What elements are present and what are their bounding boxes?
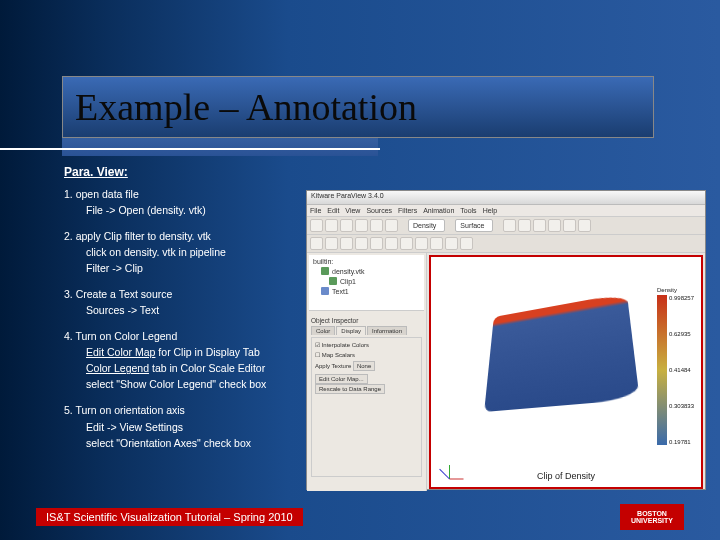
menu-file[interactable]: File xyxy=(310,207,321,214)
toolbar-1: Density Surface xyxy=(307,217,705,235)
step-4a-underline: Edit Color Map xyxy=(86,346,155,358)
step-4b-underline: Color Legend xyxy=(86,362,149,374)
edit-color-map-button[interactable]: Edit Color Map... xyxy=(315,374,368,384)
app-body: builtin: density.vtk Clip1 Text1 Object … xyxy=(307,253,705,491)
axis-y-icon[interactable] xyxy=(518,219,531,232)
menu-bar: File Edit View Sources Filters Animation… xyxy=(307,205,705,217)
menu-filters[interactable]: Filters xyxy=(398,207,417,214)
help-icon[interactable] xyxy=(385,219,398,232)
stream-icon[interactable] xyxy=(415,237,428,250)
inspector-tabs: Color Display Information xyxy=(311,326,422,335)
eye-icon[interactable] xyxy=(321,267,329,275)
legend-tick-3: 0.303833 xyxy=(669,403,694,409)
pipeline-browser: builtin: density.vtk Clip1 Text1 xyxy=(309,255,424,311)
reset-camera-icon[interactable] xyxy=(548,219,561,232)
title-gap xyxy=(62,138,378,156)
menu-edit[interactable]: Edit xyxy=(327,207,339,214)
row-interpolate: ☑ Interpolate Colors xyxy=(315,341,418,348)
pipeline-item-density[interactable]: density.vtk xyxy=(311,266,422,276)
axis-z-icon[interactable] xyxy=(533,219,546,232)
rotate-icon[interactable] xyxy=(578,219,591,232)
density-surface xyxy=(484,293,640,412)
window-title: Kitware ParaView 3.4.0 xyxy=(307,191,705,205)
glyph-icon[interactable] xyxy=(400,237,413,250)
pipeline-item-text[interactable]: Text1 xyxy=(311,286,422,296)
connect-icon[interactable] xyxy=(340,219,353,232)
row-buttons: Edit Color Map... Rescale to Data Range xyxy=(315,374,418,394)
tab-information[interactable]: Information xyxy=(367,326,407,335)
menu-view[interactable]: View xyxy=(345,207,360,214)
render-view[interactable]: Clip of Density Density 0.998257 0.62935… xyxy=(429,255,703,489)
filter-icon[interactable] xyxy=(310,237,323,250)
paraview-screenshot: Kitware ParaView 3.4.0 File Edit View So… xyxy=(306,190,706,490)
menu-help[interactable]: Help xyxy=(483,207,497,214)
menu-animation[interactable]: Animation xyxy=(423,207,454,214)
legend-title: Density xyxy=(657,287,697,293)
eye-icon[interactable] xyxy=(329,277,337,285)
legend-tick-4: 0.19781 xyxy=(669,439,694,445)
texture-select[interactable]: None xyxy=(353,361,375,371)
zoom-icon[interactable] xyxy=(563,219,576,232)
legend-tick-2: 0.41484 xyxy=(669,367,694,373)
object-inspector: Object Inspector Color Display Informati… xyxy=(309,315,424,489)
legend-ticks: 0.998257 0.62935 0.41484 0.303833 0.1978… xyxy=(669,295,694,445)
threshold-icon[interactable] xyxy=(385,237,398,250)
group-icon[interactable] xyxy=(445,237,458,250)
warp-icon[interactable] xyxy=(430,237,443,250)
slice-icon[interactable] xyxy=(370,237,383,250)
inspector-body: ☑ Interpolate Colors ☐ Map Scalars Apply… xyxy=(311,337,422,477)
slide-title: Example – Annotation xyxy=(75,85,417,129)
title-rule xyxy=(0,148,380,150)
visualization xyxy=(481,287,641,427)
rescale-button[interactable]: Rescale to Data Range xyxy=(315,384,385,394)
open-icon[interactable] xyxy=(310,219,323,232)
tab-color[interactable]: Color xyxy=(311,326,335,335)
color-legend: Density 0.998257 0.62935 0.41484 0.30383… xyxy=(657,287,697,457)
footer-text: IS&T Scientific Visualization Tutorial –… xyxy=(36,508,303,526)
legend-tick-0: 0.998257 xyxy=(669,295,694,301)
axis-x-icon[interactable] xyxy=(503,219,516,232)
inspector-title: Object Inspector xyxy=(311,317,422,324)
row-map-scalars: ☐ Map Scalars xyxy=(315,351,418,358)
section-heading: Para. View: xyxy=(64,166,384,180)
menu-sources[interactable]: Sources xyxy=(366,207,392,214)
view-caption: Clip of Density xyxy=(431,471,701,481)
save-icon[interactable] xyxy=(325,219,338,232)
menu-tools[interactable]: Tools xyxy=(460,207,476,214)
bu-logo: BOSTON UNIVERSITY xyxy=(620,504,684,530)
legend-bar xyxy=(657,295,667,445)
pipeline-root[interactable]: builtin: xyxy=(311,257,422,266)
toolbar-2 xyxy=(307,235,705,253)
clip-icon[interactable] xyxy=(355,237,368,250)
redo-icon[interactable] xyxy=(370,219,383,232)
contour-icon[interactable] xyxy=(340,237,353,250)
undo-icon[interactable] xyxy=(355,219,368,232)
pipeline-item-clip[interactable]: Clip1 xyxy=(311,276,422,286)
scalar-select[interactable]: Density xyxy=(408,219,445,232)
legend-tick-1: 0.62935 xyxy=(669,331,694,337)
row-apply-texture: Apply Texture None xyxy=(315,361,418,371)
repr-select[interactable]: Surface xyxy=(455,219,493,232)
left-panel: builtin: density.vtk Clip1 Text1 Object … xyxy=(307,253,427,491)
tab-display[interactable]: Display xyxy=(336,326,366,335)
step-4a-rest: for Clip in Display Tab xyxy=(155,346,259,358)
eye-icon[interactable] xyxy=(321,287,329,295)
calculator-icon[interactable] xyxy=(325,237,338,250)
step-4b-rest: tab in Color Scale Editor xyxy=(149,362,265,374)
extract-icon[interactable] xyxy=(460,237,473,250)
slide-title-box: Example – Annotation xyxy=(62,76,654,138)
